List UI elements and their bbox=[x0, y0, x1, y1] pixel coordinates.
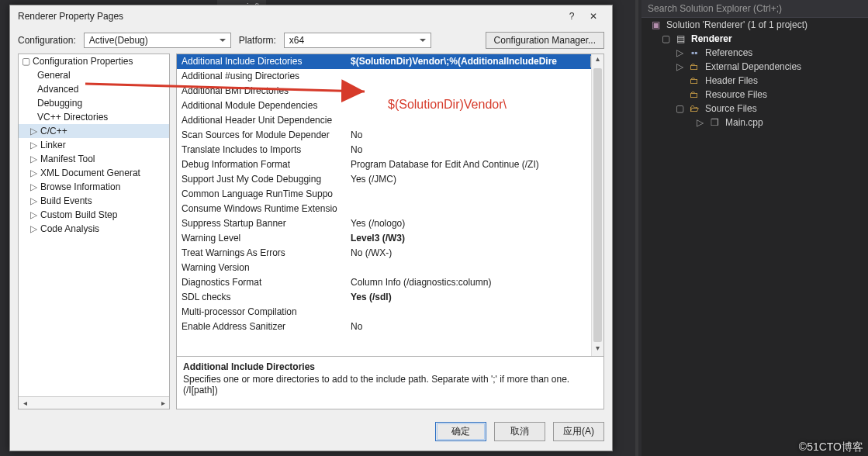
expand-icon[interactable]: ▷ bbox=[696, 117, 704, 128]
tree-item-code-analysis[interactable]: ▷Code Analysis bbox=[19, 222, 169, 236]
configuration-manager-button[interactable]: Configuration Manager... bbox=[486, 32, 604, 49]
expand-icon[interactable]: ▷ bbox=[29, 209, 37, 220]
tree-item-c-c-[interactable]: ▷C/C++ bbox=[19, 124, 169, 138]
property-value[interactable]: No bbox=[346, 143, 603, 157]
expand-icon[interactable]: ▷ bbox=[29, 154, 37, 164]
property-value[interactable]: No bbox=[346, 128, 603, 142]
header-files-node[interactable]: 🗀 Header Files bbox=[641, 74, 868, 88]
property-value[interactable] bbox=[346, 84, 603, 98]
cancel-button[interactable]: 取消 bbox=[494, 422, 545, 441]
property-value[interactable]: $(SolutionDir)Vendor\;%(AdditionalInclud… bbox=[346, 54, 603, 68]
expand-icon[interactable]: ▷ bbox=[29, 126, 37, 136]
collapse-icon[interactable]: ▢ bbox=[676, 103, 683, 114]
tree-item-vc-directories[interactable]: VC++ Directories bbox=[19, 110, 169, 124]
close-button[interactable]: ✕ bbox=[583, 11, 604, 22]
property-row[interactable]: Diagnostics FormatColumn Info (/diagnost… bbox=[177, 275, 603, 290]
project-node[interactable]: ▢ ▤ Renderer bbox=[641, 32, 868, 46]
scrollbar-thumb[interactable] bbox=[593, 68, 602, 342]
property-value[interactable] bbox=[346, 98, 603, 112]
property-value[interactable] bbox=[346, 187, 603, 201]
property-value[interactable]: Column Info (/diagnostics:column) bbox=[346, 275, 603, 289]
ok-button[interactable]: 确定 bbox=[435, 422, 486, 441]
property-row[interactable]: Additional BMI Directories bbox=[177, 84, 603, 98]
configuration-label: Configuration: bbox=[18, 35, 76, 46]
property-row[interactable]: Common Language RunTime Suppo bbox=[177, 187, 603, 202]
vertical-scrollbar[interactable]: ▴ ▾ bbox=[591, 54, 603, 356]
solution-search[interactable]: Search Solution Explorer (Ctrl+;) bbox=[641, 0, 868, 18]
tree-item-manifest-tool[interactable]: ▷Manifest Tool bbox=[19, 152, 169, 166]
property-row[interactable]: SDL checksYes (/sdl) bbox=[177, 290, 603, 305]
property-row[interactable]: Additional Header Unit Dependencie bbox=[177, 113, 603, 128]
references-node[interactable]: ▷ ▪▪ References bbox=[641, 46, 868, 60]
property-row[interactable]: Translate Includes to ImportsNo bbox=[177, 143, 603, 157]
resource-files-node[interactable]: 🗀 Resource Files bbox=[641, 88, 868, 102]
property-value[interactable] bbox=[346, 113, 603, 127]
apply-button[interactable]: 应用(A) bbox=[553, 422, 604, 441]
property-value[interactable]: No bbox=[346, 320, 603, 333]
tree-item-build-events[interactable]: ▷Build Events bbox=[19, 194, 169, 208]
property-value[interactable]: Level3 (/W3) bbox=[346, 231, 603, 245]
property-row[interactable]: Warning Version bbox=[177, 261, 603, 275]
property-row[interactable]: Enable Address SanitizerNo bbox=[177, 320, 603, 334]
tree-item-xml-document-generat[interactable]: ▷XML Document Generat bbox=[19, 166, 169, 180]
expand-icon[interactable]: ▷ bbox=[676, 47, 683, 58]
tree-item-label: Linker bbox=[40, 140, 66, 150]
expand-icon[interactable]: ▷ bbox=[676, 61, 683, 72]
property-row[interactable]: Additional Include Directories$(Solution… bbox=[177, 54, 603, 69]
file-node-main[interactable]: ▷ ❐ Main.cpp bbox=[641, 116, 868, 130]
property-row[interactable]: Additional #using Directories bbox=[177, 69, 603, 84]
property-value[interactable]: Yes (/sdl) bbox=[346, 290, 603, 304]
platform-combo[interactable]: x64 bbox=[284, 33, 431, 48]
help-button[interactable]: ? bbox=[561, 11, 583, 22]
property-row[interactable]: Support Just My Code DebuggingYes (/JMC) bbox=[177, 172, 603, 187]
expand-icon[interactable]: ▷ bbox=[29, 168, 37, 178]
dialog-titlebar[interactable]: Renderer Property Pages ? ✕ bbox=[10, 5, 612, 27]
splitter[interactable] bbox=[635, 0, 638, 456]
expand-icon[interactable]: ▢ bbox=[662, 33, 669, 44]
property-row[interactable]: Consume Windows Runtime Extensio bbox=[177, 202, 603, 216]
tree-item-debugging[interactable]: Debugging bbox=[19, 96, 169, 110]
property-value[interactable] bbox=[346, 305, 603, 319]
tree-item-label: C/C++ bbox=[40, 126, 67, 136]
scroll-left-icon[interactable]: ◂ bbox=[19, 399, 31, 407]
property-value[interactable]: Yes (/nologo) bbox=[346, 216, 603, 230]
tree-item-custom-build-step[interactable]: ▷Custom Build Step bbox=[19, 208, 169, 222]
property-row[interactable]: Additional Module Dependencies bbox=[177, 98, 603, 113]
expand-icon[interactable]: ▷ bbox=[29, 223, 37, 234]
property-pages-dialog: Renderer Property Pages ? ✕ Configuratio… bbox=[9, 5, 613, 451]
cpp-file-icon: ❐ bbox=[708, 117, 721, 128]
property-value[interactable] bbox=[346, 202, 603, 216]
configuration-combo[interactable]: Active(Debug) bbox=[84, 33, 231, 48]
tree-item-linker[interactable]: ▷Linker bbox=[19, 138, 169, 152]
scroll-up-icon[interactable]: ▴ bbox=[592, 54, 603, 67]
property-row[interactable]: Multi-processor Compilation bbox=[177, 305, 603, 320]
property-name: Warning Version bbox=[177, 261, 346, 275]
source-files-node[interactable]: ▢ 🗁 Source Files bbox=[641, 102, 868, 116]
scroll-right-icon[interactable]: ▸ bbox=[157, 399, 169, 407]
horizontal-scrollbar[interactable]: ◂ ▸ bbox=[19, 396, 169, 409]
property-value[interactable]: No (/WX-) bbox=[346, 246, 603, 260]
property-value[interactable]: Yes (/JMC) bbox=[346, 172, 603, 186]
tree-item-general[interactable]: General bbox=[19, 68, 169, 82]
tree-root[interactable]: ▢ Configuration Properties bbox=[19, 54, 169, 68]
expand-icon[interactable]: ▷ bbox=[29, 181, 37, 192]
solution-node[interactable]: ▣ Solution 'Renderer' (1 of 1 project) bbox=[641, 18, 868, 32]
property-description: Additional Include Directories Specifies… bbox=[177, 356, 603, 409]
property-value[interactable]: Program Database for Edit And Continue (… bbox=[346, 157, 603, 171]
scroll-down-icon[interactable]: ▾ bbox=[592, 344, 603, 356]
property-row[interactable]: Debug Information FormatProgram Database… bbox=[177, 157, 603, 172]
external-deps-node[interactable]: ▷ 🗀 External Dependencies bbox=[641, 60, 868, 74]
tree-item-advanced[interactable]: Advanced bbox=[19, 82, 169, 96]
description-title: Additional Include Directories bbox=[183, 361, 597, 372]
expand-icon[interactable]: ▷ bbox=[29, 140, 37, 150]
property-value[interactable] bbox=[346, 261, 603, 275]
property-value[interactable] bbox=[346, 69, 603, 83]
folder-icon: 🗀 bbox=[688, 61, 700, 72]
property-row[interactable]: Warning LevelLevel3 (/W3) bbox=[177, 231, 603, 246]
property-row[interactable]: Scan Sources for Module DependerNo bbox=[177, 128, 603, 143]
property-row[interactable]: Treat Warnings As ErrorsNo (/WX-) bbox=[177, 246, 603, 261]
tree-item-browse-information[interactable]: ▷Browse Information bbox=[19, 180, 169, 194]
expand-icon[interactable]: ▷ bbox=[29, 195, 37, 206]
collapse-icon[interactable]: ▢ bbox=[22, 56, 29, 67]
property-row[interactable]: Suppress Startup BannerYes (/nologo) bbox=[177, 216, 603, 231]
